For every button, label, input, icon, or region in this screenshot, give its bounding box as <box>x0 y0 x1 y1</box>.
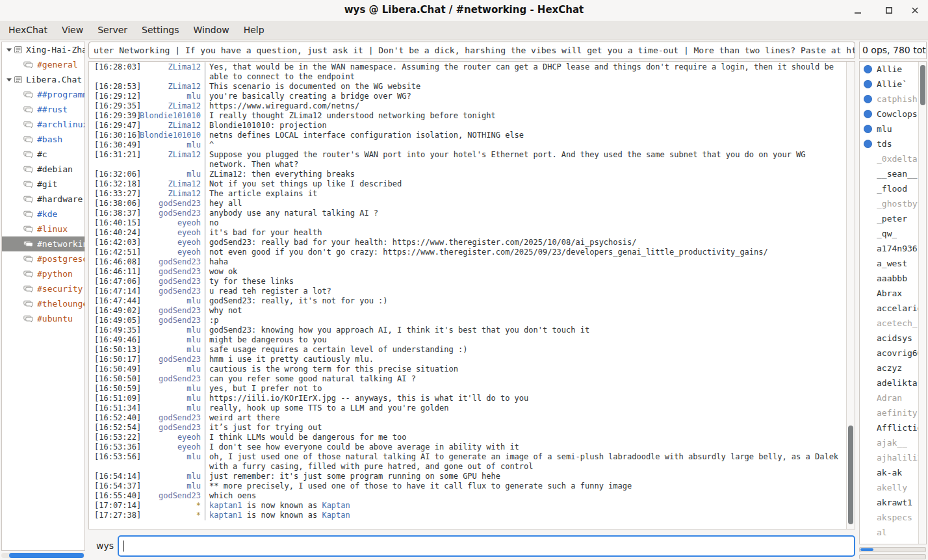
message-nick[interactable]: godSend23 <box>140 257 205 267</box>
user-aczyz[interactable]: aczyz <box>860 361 926 375</box>
server-libera-chat[interactable]: Libera.Chat <box>2 72 84 87</box>
user-acidsys[interactable]: acidsys <box>860 331 926 346</box>
menu-view[interactable]: View <box>55 21 90 40</box>
user-ajak[interactable]: ajak__ <box>860 435 926 450</box>
tree-horizontal-scrollbar[interactable] <box>1 553 84 558</box>
user-a174n936[interactable]: a174n936 <box>860 241 926 256</box>
message-nick[interactable]: godSend23 <box>140 286 205 296</box>
message-nick[interactable]: eyeoh <box>140 442 205 452</box>
user-flood[interactable]: _flood <box>860 181 926 196</box>
channel-programming[interactable]: ##programming <box>2 87 84 102</box>
message-nick[interactable]: godSend23 <box>140 209 205 218</box>
user-akspecs[interactable]: akspecs <box>860 510 926 525</box>
message-nick[interactable]: mlu <box>140 92 205 101</box>
message-nick[interactable]: eyeoh <box>140 248 205 257</box>
message-nick[interactable]: mlu <box>140 325 205 335</box>
message-input[interactable] <box>118 535 855 557</box>
user-acetech[interactable]: acetech_ <box>860 316 926 331</box>
chat-scrollbar[interactable] <box>846 62 855 529</box>
message-nick[interactable]: eyeoh <box>140 218 205 228</box>
user-akelly[interactable]: akelly <box>860 480 926 495</box>
message-nick[interactable]: godSend23 <box>140 355 205 364</box>
maximize-button[interactable] <box>881 3 897 18</box>
user-peter[interactable]: _peter <box>860 211 926 226</box>
message-nick[interactable]: ZLima12 <box>140 189 205 199</box>
menu-window[interactable]: Window <box>186 21 236 40</box>
message-nick[interactable]: * <box>140 501 205 511</box>
message-nick[interactable]: mlu <box>140 364 205 374</box>
channel-rust[interactable]: ##rust <box>2 102 84 117</box>
message-nick[interactable]: mlu <box>140 403 205 413</box>
nick-link[interactable]: kaptan1 <box>209 501 242 510</box>
scrollbar-thumb[interactable] <box>920 65 925 105</box>
menu-hexchat[interactable]: HexChat <box>1 21 55 40</box>
channel-networking[interactable]: #networking <box>2 236 84 251</box>
nick-link[interactable]: Kaptan <box>322 501 350 510</box>
topic-input[interactable]: uter Networking | If you have a question… <box>88 42 855 59</box>
channel-bash[interactable]: #bash <box>2 132 84 147</box>
user-ajhalili2[interactable]: ajhalili2 <box>860 450 926 465</box>
user-accelario[interactable]: accelario <box>860 301 926 316</box>
channel-tree[interactable]: Xing-Hai-Zhan #general Libera.Chat <box>1 42 85 551</box>
user-abrax[interactable]: Abrax <box>860 286 926 301</box>
user-aefinity[interactable]: aefinity <box>860 405 926 420</box>
close-button[interactable] <box>907 3 923 18</box>
message-nick[interactable]: mlu <box>140 170 205 179</box>
user-afflictio[interactable]: Afflictio <box>860 420 926 435</box>
channel-python[interactable]: #python <box>2 266 84 281</box>
nick-link[interactable]: Kaptan <box>322 511 350 520</box>
message-nick[interactable]: mlu <box>140 345 205 355</box>
channel-thelounge[interactable]: #thelounge <box>2 296 84 311</box>
user-acovrig60[interactable]: acovrig60 <box>860 346 926 361</box>
expander-icon[interactable] <box>4 47 14 53</box>
message-nick[interactable]: mlu <box>140 335 205 345</box>
channel-security[interactable]: #security <box>2 281 84 296</box>
channel-archlinux[interactable]: #archlinux <box>2 117 84 132</box>
userlist-scrollbar[interactable] <box>918 62 926 544</box>
message-nick[interactable]: mlu <box>140 296 205 306</box>
user-adran[interactable]: Adran <box>860 390 926 405</box>
channel-hardware[interactable]: #hardware <box>2 192 84 207</box>
message-nick[interactable]: ZLima12 <box>140 62 205 82</box>
scrollbar-thumb[interactable] <box>848 426 853 524</box>
server-xing-hai-zhan[interactable]: Xing-Hai-Zhan <box>2 42 84 57</box>
user-a-west[interactable]: a_west <box>860 256 926 271</box>
message-nick[interactable]: ZLima12 <box>140 179 205 189</box>
message-nick[interactable]: godSend23 <box>140 267 205 277</box>
message-nick[interactable]: Blondie101010 <box>140 111 205 121</box>
message-nick[interactable]: godSend23 <box>140 413 205 423</box>
message-nick[interactable]: eyeoh <box>140 228 205 238</box>
user-sean[interactable]: __sean__ <box>860 166 926 181</box>
user-aaabbb[interactable]: aaabbb <box>860 271 926 286</box>
message-nick[interactable]: ZLima12 <box>140 82 205 92</box>
message-nick[interactable]: mlu <box>140 452 205 472</box>
message-nick[interactable]: mlu <box>140 384 205 394</box>
channel-postgresql[interactable]: #postgresql <box>2 251 84 266</box>
user-mlu[interactable]: mlu <box>860 121 926 136</box>
message-nick[interactable]: ZLima12 <box>140 101 205 111</box>
message-nick[interactable]: godSend23 <box>140 306 205 316</box>
channel-kde[interactable]: #kde <box>2 207 84 222</box>
channel-ubuntu[interactable]: #ubuntu <box>2 311 84 326</box>
message-nick[interactable]: godSend23 <box>140 423 205 433</box>
menu-help[interactable]: Help <box>237 21 272 40</box>
channel-general[interactable]: #general <box>2 57 84 72</box>
message-nick[interactable]: Blondie101010 <box>140 131 205 140</box>
user-tds[interactable]: tds <box>860 136 926 151</box>
user-catphish[interactable]: catphish <box>860 92 926 107</box>
channel-linux[interactable]: #linux <box>2 222 84 236</box>
user-cowclops[interactable]: Cowclops` <box>860 107 926 121</box>
user-0xdelta[interactable]: _0xdelta <box>860 151 926 166</box>
channel-c[interactable]: #c <box>2 147 84 162</box>
channel-git[interactable]: #git <box>2 177 84 192</box>
message-nick[interactable]: * <box>140 511 205 520</box>
channel-debian[interactable]: #debian <box>2 162 84 177</box>
user-akrawt1[interactable]: akrawt1 <box>860 495 926 510</box>
message-nick[interactable]: ZLima12 <box>140 121 205 131</box>
message-nick[interactable]: mlu <box>140 472 205 481</box>
message-nick[interactable]: ZLima12 <box>140 150 205 170</box>
message-nick[interactable]: godSend23 <box>140 316 205 325</box>
user-allie[interactable]: Allie <box>860 62 926 77</box>
message-nick[interactable]: mlu <box>140 394 205 403</box>
expander-icon[interactable] <box>4 77 14 83</box>
